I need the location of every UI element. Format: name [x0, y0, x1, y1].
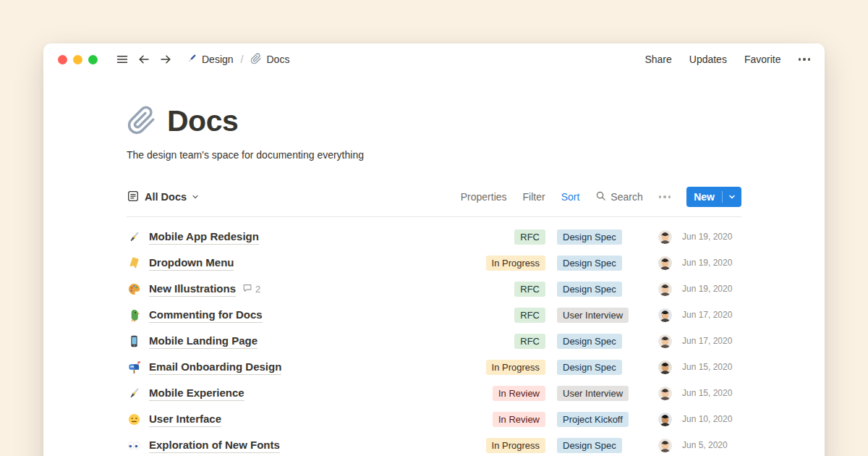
list-item[interactable]: Commenting for Docs RFC User Interview J… [127, 302, 741, 328]
tag-badge: Design Spec [557, 360, 622, 375]
new-button-label[interactable]: New [686, 191, 722, 203]
neutral-face-icon [127, 412, 141, 426]
status-badge: In Progress [486, 360, 545, 375]
more-options-icon[interactable] [799, 58, 811, 61]
bookmark-icon [127, 256, 141, 270]
breadcrumb-label: Design [202, 54, 234, 65]
paperclip-icon [250, 53, 262, 67]
app-window: Design / Docs Share Updates Favorite Doc… [43, 43, 825, 456]
zoom-button[interactable] [88, 55, 98, 64]
doc-title-link[interactable]: New Illustrations [149, 282, 236, 297]
edited-date: Jun 19, 2020 [682, 258, 741, 268]
menu-icon[interactable] [114, 51, 131, 68]
edited-date: Jun 19, 2020 [682, 232, 741, 242]
breadcrumb-item-docs[interactable]: Docs [250, 53, 289, 67]
comment-count-badge[interactable]: 2 [242, 283, 260, 295]
view-switcher[interactable]: All Docs [127, 190, 199, 205]
edited-date: Jun 17, 2020 [682, 336, 741, 346]
status-badge: RFC [514, 308, 545, 323]
search-icon [595, 190, 606, 203]
list-view-icon [127, 190, 140, 205]
forward-arrow-icon[interactable] [157, 51, 174, 68]
avatar [658, 308, 672, 322]
avatar [658, 413, 672, 426]
doc-title-link[interactable]: Commenting for Docs [149, 308, 263, 323]
sort-button[interactable]: Sort [561, 191, 580, 203]
filter-button[interactable]: Filter [523, 191, 545, 203]
paperclip-icon[interactable] [127, 105, 157, 138]
avatar [658, 360, 672, 374]
status-badge: RFC [514, 334, 545, 349]
topbar-actions: Share Updates Favorite [644, 54, 810, 65]
mailbox-icon [127, 360, 141, 374]
share-button[interactable]: Share [644, 54, 671, 65]
chevron-down-icon [192, 191, 199, 203]
doc-title-link[interactable]: Email Onboarding Design [149, 360, 281, 375]
avatar [658, 282, 672, 296]
minimize-button[interactable] [73, 55, 82, 64]
list-item[interactable]: Dropdown Menu In Progress Design Spec Ju… [127, 250, 741, 276]
avatar [658, 387, 672, 400]
status-badge: In Progress [486, 256, 545, 271]
view-more-icon[interactable] [659, 195, 671, 198]
list-item[interactable]: Email Onboarding Design In Progress Desi… [127, 354, 741, 380]
doc-title-link[interactable]: User Interface [149, 412, 221, 427]
list-item[interactable]: Mobile Experience In Review User Intervi… [127, 380, 741, 406]
mobile-icon [127, 334, 141, 348]
comment-count: 2 [255, 284, 260, 295]
paintbrush-icon [127, 229, 141, 244]
search-label: Search [610, 191, 642, 203]
status-badge: RFC [514, 282, 545, 297]
traffic-lights [58, 55, 98, 64]
list-item[interactable]: Mobile Landing Page RFC Design Spec Jun … [127, 328, 741, 354]
doc-title-link[interactable]: Exploration of New Fonts [149, 438, 280, 453]
tag-badge: User Interview [557, 386, 629, 401]
updates-button[interactable]: Updates [689, 54, 727, 65]
status-badge: In Progress [486, 438, 545, 453]
edited-date: Jun 5, 2020 [682, 440, 741, 450]
docs-list: Mobile App Redesign RFC Design Spec Jun … [127, 217, 741, 456]
parrot-icon [127, 308, 141, 322]
edited-date: Jun 17, 2020 [682, 310, 741, 320]
edited-date: Jun 10, 2020 [682, 414, 741, 424]
page-description: The design team's space for documenting … [127, 149, 741, 161]
avatar [658, 439, 672, 452]
page-title: Docs [167, 104, 238, 138]
status-badge: In Review [493, 412, 545, 427]
close-button[interactable] [58, 55, 67, 64]
palette-icon [127, 282, 141, 296]
edited-date: Jun 19, 2020 [682, 284, 741, 294]
view-label: All Docs [145, 191, 187, 203]
favorite-button[interactable]: Favorite [744, 54, 781, 65]
breadcrumb: Design / Docs [186, 53, 289, 67]
status-badge: RFC [514, 229, 545, 245]
breadcrumb-item-design[interactable]: Design [186, 53, 234, 67]
doc-title-link[interactable]: Mobile Experience [149, 386, 244, 401]
view-toolbar: All Docs Properties Filter Sort Search N… [127, 187, 741, 207]
tag-badge: User Interview [557, 308, 629, 323]
doc-title-link[interactable]: Mobile App Redesign [149, 229, 259, 245]
avatar [658, 230, 672, 244]
pen-icon [186, 53, 197, 67]
toolbar-actions: Properties Filter Sort Search New [461, 187, 741, 207]
breadcrumb-label: Docs [266, 54, 289, 65]
edited-date: Jun 15, 2020 [682, 362, 741, 372]
tag-badge: Design Spec [557, 282, 622, 297]
doc-title-link[interactable]: Mobile Landing Page [149, 334, 258, 349]
page-content: Docs The design team's space for documen… [43, 75, 825, 456]
properties-button[interactable]: Properties [461, 191, 507, 203]
avatar [658, 334, 672, 348]
list-item[interactable]: Mobile App Redesign RFC Design Spec Jun … [127, 224, 741, 250]
list-item[interactable]: New Illustrations 2 RFC Design Spec Jun … [127, 276, 741, 302]
list-item[interactable]: Exploration of New Fonts In Progress Des… [127, 432, 741, 456]
tag-badge: Design Spec [557, 256, 622, 271]
list-item[interactable]: User Interface In Review Project Kickoff… [127, 406, 741, 432]
paintbrush-icon [127, 386, 141, 400]
back-arrow-icon[interactable] [135, 51, 153, 68]
chevron-down-icon[interactable] [723, 193, 741, 200]
tag-badge: Design Spec [557, 438, 622, 453]
doc-title-link[interactable]: Dropdown Menu [149, 256, 234, 271]
new-button[interactable]: New [686, 187, 741, 207]
avatar [658, 256, 672, 270]
search-button[interactable]: Search [595, 190, 642, 203]
